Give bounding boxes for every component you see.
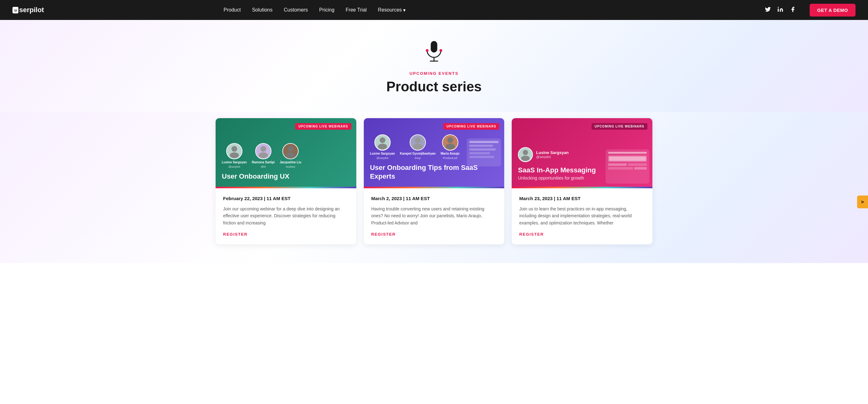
- svg-point-12: [379, 137, 385, 143]
- svg-point-9: [259, 152, 268, 158]
- card-2-ui-mockup: [467, 138, 501, 166]
- upcoming-events-label: UPCOMING EVENTS: [12, 71, 856, 76]
- card2-speaker-2-avatar: [410, 134, 426, 150]
- card2-speaker-1-avatar: [374, 134, 391, 150]
- nav-link-customers[interactable]: Customers: [284, 7, 308, 13]
- get-demo-button[interactable]: GET A DEMO: [810, 4, 856, 16]
- speaker-2-company: IBM: [261, 165, 266, 168]
- speaker-1: Lusine Sargsyan @serpilot: [222, 143, 247, 168]
- nav-links: Product Solutions Customers Pricing Free…: [224, 7, 406, 13]
- logo-text: serpilot: [19, 6, 44, 14]
- svg-point-7: [230, 152, 239, 158]
- card2-speaker-1-company: @serpilot: [377, 157, 389, 160]
- card-1-image: UPCOMING LIVE WEBINARS Lusine Sargsyan @…: [216, 118, 356, 187]
- speaker-3-company: ecobee: [286, 165, 295, 168]
- svg-point-14: [415, 137, 421, 143]
- hero-section: UPCOMING EVENTS Product series: [0, 20, 868, 112]
- card3-speaker-name: Lusine Sargsyan: [536, 150, 568, 155]
- nav-link-solutions[interactable]: Solutions: [252, 7, 273, 13]
- svg-point-5: [440, 49, 442, 52]
- nav-link-resources[interactable]: Resources ▾: [378, 7, 405, 13]
- card-2-register-link[interactable]: REGISTER: [371, 232, 396, 237]
- card-1-register-link[interactable]: REGISTER: [223, 232, 247, 237]
- card2-speaker-2: Karapet Gyumjibashyan krisp: [400, 134, 436, 160]
- logo-box: u: [12, 7, 19, 13]
- card2-speaker-1: Lusine Sargsyan @serpilot: [370, 134, 395, 160]
- svg-point-4: [426, 49, 428, 52]
- webinar-card-1: UPCOMING LIVE WEBINARS Lusine Sargsyan @…: [216, 118, 356, 244]
- card-2-date: March 2, 2023 | 11 AM EST: [371, 196, 497, 201]
- svg-point-19: [521, 156, 530, 161]
- card-3-register-link[interactable]: REGISTER: [519, 232, 544, 237]
- twitter-icon[interactable]: [765, 6, 771, 14]
- nav-link-product[interactable]: Product: [224, 7, 241, 13]
- card-1-title: User Onboarding UX: [222, 172, 350, 181]
- chevron-down-icon: ▾: [403, 7, 406, 13]
- facebook-icon[interactable]: [790, 6, 796, 14]
- card-2-body: March 2, 2023 | 11 AM EST Having trouble…: [364, 188, 504, 244]
- card-1-desc: Join our upcoming webinar for a deep div…: [223, 205, 349, 226]
- speaker-2-avatar: [255, 143, 272, 159]
- svg-point-15: [413, 144, 423, 149]
- nav-link-pricing[interactable]: Pricing: [319, 7, 335, 13]
- card-3-desc: Join us to learn the best practices on i…: [519, 205, 645, 226]
- svg-point-6: [231, 146, 237, 152]
- card3-speaker-company: @serpilot: [536, 155, 568, 159]
- card-3-body: March 23, 2023 | 11 AM EST Join us to le…: [512, 188, 652, 244]
- logo[interactable]: userpilot: [12, 6, 44, 14]
- card2-speaker-2-name: Karapet Gyumjibashyan: [400, 152, 436, 155]
- card-2-desc: Having trouble converting new users and …: [371, 205, 497, 226]
- svg-point-17: [445, 144, 455, 149]
- card3-speaker-avatar: [518, 147, 533, 162]
- speaker-1-avatar: [226, 143, 242, 159]
- svg-point-8: [260, 146, 266, 152]
- nav-social-icons: GET A DEMO: [765, 4, 856, 16]
- side-floating-button[interactable]: A: [857, 196, 868, 208]
- svg-point-18: [523, 149, 528, 155]
- webinar-card-2: UPCOMING LIVE WEBINARS Lusine Sargsyan @…: [364, 118, 504, 244]
- linkedin-icon[interactable]: [777, 6, 783, 14]
- card-3-date: March 23, 2023 | 11 AM EST: [519, 196, 645, 201]
- card-1-speakers: Lusine Sargsyan @serpilot Ramona Sartipi…: [222, 143, 350, 168]
- speaker-3: Jacqueline Liu ecobee: [280, 143, 301, 168]
- svg-point-0: [778, 6, 779, 7]
- card3-speaker-info: Lusine Sargsyan @serpilot: [536, 150, 568, 159]
- svg-point-10: [288, 146, 293, 152]
- card2-speaker-1-name: Lusine Sargsyan: [370, 152, 395, 155]
- card-3-image: UPCOMING LIVE WEBINARS Lusine Sargsyan @…: [512, 118, 652, 187]
- svg-point-13: [378, 144, 387, 149]
- card-3-ui-mockup: [606, 149, 649, 183]
- hero-title: Product series: [12, 79, 856, 95]
- svg-point-11: [286, 152, 295, 158]
- speaker-1-company: @serpilot: [228, 165, 240, 168]
- cards-section: UPCOMING LIVE WEBINARS Lusine Sargsyan @…: [0, 112, 868, 263]
- card2-speaker-3: Mario Araujo ProductLed: [440, 134, 460, 160]
- card-1-date: February 22, 2023 | 11 AM EST: [223, 196, 349, 201]
- speaker-2-name: Ramona Sartipi: [252, 161, 275, 164]
- card-1-overlay: Lusine Sargsyan @serpilot Ramona Sartipi…: [216, 118, 356, 187]
- mic-icon: [12, 39, 856, 71]
- cards-grid: UPCOMING LIVE WEBINARS Lusine Sargsyan @…: [216, 118, 652, 244]
- card-1-body: February 22, 2023 | 11 AM EST Join our u…: [216, 188, 356, 244]
- svg-rect-1: [431, 41, 437, 53]
- speaker-3-avatar: [282, 143, 299, 159]
- card2-speaker-3-company: ProductLed: [443, 157, 457, 160]
- speaker-2: Ramona Sartipi IBM: [252, 143, 275, 168]
- webinar-card-3: UPCOMING LIVE WEBINARS Lusine Sargsyan @…: [512, 118, 652, 244]
- speaker-1-name: Lusine Sargsyan: [222, 161, 247, 164]
- svg-point-16: [447, 137, 453, 143]
- card-2-image: UPCOMING LIVE WEBINARS Lusine Sargsyan @…: [364, 118, 504, 187]
- speaker-3-name: Jacqueline Liu: [280, 161, 301, 164]
- navbar: userpilot Product Solutions Customers Pr…: [0, 0, 868, 20]
- nav-link-free-trial[interactable]: Free Trial: [346, 7, 367, 13]
- card2-speaker-3-name: Mario Araujo: [440, 152, 460, 155]
- card2-speaker-2-company: krisp: [415, 157, 421, 160]
- card2-speaker-3-avatar: [442, 134, 458, 150]
